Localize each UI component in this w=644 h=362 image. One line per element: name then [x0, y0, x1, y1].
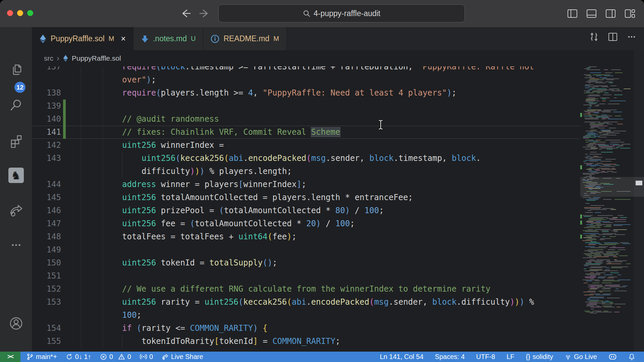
- toggle-panel-icon[interactable]: [586, 8, 597, 19]
- code-line[interactable]: 147uint256 fee = (totalAmountCollected *…: [32, 217, 580, 230]
- code-text: tokenIdToRarity[tokenId] = COMMON_RARITY…: [32, 335, 340, 348]
- remote-indicator[interactable]: ><: [0, 352, 20, 362]
- code-line[interactable]: difficulty))) % players.length;: [32, 165, 580, 178]
- code-line[interactable]: 100;: [32, 309, 580, 322]
- copilot-item[interactable]: [608, 353, 617, 361]
- cursor-position-item[interactable]: Ln 141, Col 54: [380, 353, 423, 361]
- navigate-back-icon[interactable]: [179, 7, 192, 19]
- code-text: difficulty))) % players.length;: [32, 165, 292, 178]
- command-center-search[interactable]: 4-puppy-raffle-audit: [218, 4, 465, 22]
- go-live-item[interactable]: Go Live: [565, 353, 597, 361]
- eol: LF: [506, 353, 514, 361]
- code-line[interactable]: 141// fixes: Chainlink VRF, Commit Revea…: [32, 126, 580, 139]
- accounts-icon[interactable]: [0, 312, 32, 335]
- code-lines: 137require(block.timestamp >= raffleStar…: [32, 60, 580, 348]
- code-line[interactable]: over");: [32, 73, 580, 86]
- indentation-item[interactable]: Spaces: 4: [435, 353, 465, 361]
- traffic-light-maximize-button[interactable]: [27, 10, 33, 16]
- knight-glyph: ♞: [11, 169, 21, 182]
- open-changes-icon[interactable]: [589, 32, 599, 42]
- activity-bar: 12 ♞: [0, 27, 32, 352]
- code-editor[interactable]: 137require(block.timestamp >= raffleStar…: [32, 50, 580, 352]
- traffic-light-close-button[interactable]: [7, 10, 13, 16]
- branch-name: main*+: [36, 353, 57, 361]
- cursor-position: Ln 141, Col 54: [380, 353, 423, 361]
- code-line[interactable]: 145uint256 totalAmountCollected = player…: [32, 191, 580, 204]
- close-tab-icon[interactable]: ×: [121, 34, 126, 44]
- code-line[interactable]: 155tokenIdToRarity[tokenId] = COMMON_RAR…: [32, 335, 580, 348]
- navigate-forward-icon[interactable]: [198, 7, 211, 19]
- breadcrumb-folder[interactable]: src: [44, 54, 53, 62]
- live-share-status-icon: [162, 353, 169, 360]
- code-line[interactable]: 153uint256 rarity = uint256(keccak256(ab…: [32, 296, 580, 309]
- code-line[interactable]: 142uint256 winnerIndex =: [32, 139, 580, 152]
- code-line[interactable]: 152// We use a different RNG calculate f…: [32, 283, 580, 296]
- tab-readme-md[interactable]: README.md M: [203, 27, 286, 50]
- live-share-item[interactable]: Live Share: [162, 353, 203, 361]
- tab-puppyraffle-sol[interactable]: PuppyRaffle.sol M ×: [32, 27, 133, 50]
- code-line[interactable]: 148totalFees = totalFees + uint64(fee);: [32, 230, 580, 243]
- tab-notes-md[interactable]: .notes.md U: [133, 27, 203, 50]
- search-sidebar-icon[interactable]: [0, 94, 32, 117]
- code-text: // @audit randomness: [32, 113, 219, 126]
- code-line[interactable]: 149: [32, 243, 580, 256]
- code-text: uint256 winnerIndex =: [32, 139, 224, 152]
- code-text: uint256 rarity = uint256(keccak256(abi.e…: [32, 296, 534, 309]
- minimap-modified-tick: [580, 235, 582, 239]
- minimap[interactable]: [580, 50, 644, 352]
- overview-ruler[interactable]: [634, 50, 644, 352]
- ethereum-file-icon: [63, 54, 68, 62]
- code-text: over");: [32, 73, 156, 86]
- extensions-icon[interactable]: [0, 129, 32, 153]
- more-actions-icon[interactable]: [627, 32, 637, 42]
- chess-knight-extension-icon[interactable]: ♞: [0, 164, 32, 187]
- code-text: uint256 fee = (totalAmountCollected * 20…: [32, 217, 355, 230]
- git-branch-icon: [26, 353, 34, 360]
- code-text: require(players.length >= 4, "PuppyRaffl…: [32, 86, 457, 100]
- code-line[interactable]: 138require(players.length >= 4, "PuppyRa…: [32, 86, 580, 100]
- sync-changes-item[interactable]: 0↓ 1↑: [66, 353, 91, 361]
- code-text: 100;: [32, 309, 142, 322]
- toggle-sidebar-icon[interactable]: [567, 8, 578, 19]
- minimap-viewport-slider[interactable]: [580, 177, 644, 197]
- line-number: 139: [32, 100, 61, 113]
- code-line[interactable]: 144address winner = players[winnerIndex]…: [32, 178, 580, 191]
- code-line[interactable]: 139: [32, 100, 580, 113]
- minimap-modified-tick: [580, 165, 582, 169]
- copilot-icon: [608, 353, 617, 361]
- error-count: 0: [109, 353, 113, 361]
- encoding-item[interactable]: UTF-8: [476, 353, 495, 361]
- eol-item[interactable]: LF: [506, 353, 514, 361]
- warning-count: 0: [127, 353, 131, 361]
- code-text: totalFees = totalFees + uint64(fee);: [32, 230, 297, 243]
- line-number: 151: [32, 269, 61, 283]
- code-line[interactable]: 154if (rarity <= COMMON_RARITY) {: [32, 322, 580, 335]
- ibeam-mouse-cursor: [378, 120, 384, 130]
- warning-icon: [118, 353, 125, 360]
- code-line[interactable]: 140// @audit randomness: [32, 113, 580, 126]
- traffic-light-minimize-button[interactable]: [17, 10, 23, 16]
- broadcast-icon: [140, 353, 147, 360]
- split-editor-icon[interactable]: [608, 32, 618, 42]
- ports-broadcast-item[interactable]: 0: [140, 353, 153, 361]
- status-bar: >< main*+ 0↓ 1↑ 0 0 0 Live Sha: [0, 352, 644, 362]
- bell-icon: [628, 353, 635, 360]
- customize-layout-icon[interactable]: [624, 8, 635, 19]
- code-line[interactable]: 146uint256 prizePool = (totalAmountColle…: [32, 204, 580, 217]
- markdown-down-arrow-icon: [141, 35, 149, 43]
- notifications-item[interactable]: [628, 353, 635, 360]
- breadcrumb-file[interactable]: PuppyRaffle.sol: [72, 54, 121, 62]
- code-line[interactable]: 150uint256 tokenId = totalSupply();: [32, 256, 580, 269]
- live-share-icon[interactable]: [0, 199, 32, 222]
- toggle-secondary-sidebar-icon[interactable]: [605, 8, 616, 19]
- language-mode-item[interactable]: {} solidity: [526, 353, 553, 361]
- code-line[interactable]: 151: [32, 269, 580, 283]
- git-branch-item[interactable]: main*+: [26, 353, 57, 361]
- line-number: 149: [32, 243, 61, 256]
- code-text: uint256 totalAmountCollected = players.l…: [32, 191, 413, 204]
- problems-item[interactable]: 0 0: [100, 353, 131, 361]
- explorer-icon[interactable]: [0, 58, 32, 81]
- more-views-icon[interactable]: [0, 233, 32, 257]
- title-bar: 4-puppy-raffle-audit: [0, 0, 644, 27]
- code-line[interactable]: 143uint256(keccak256(abi.encodePacked(ms…: [32, 152, 580, 165]
